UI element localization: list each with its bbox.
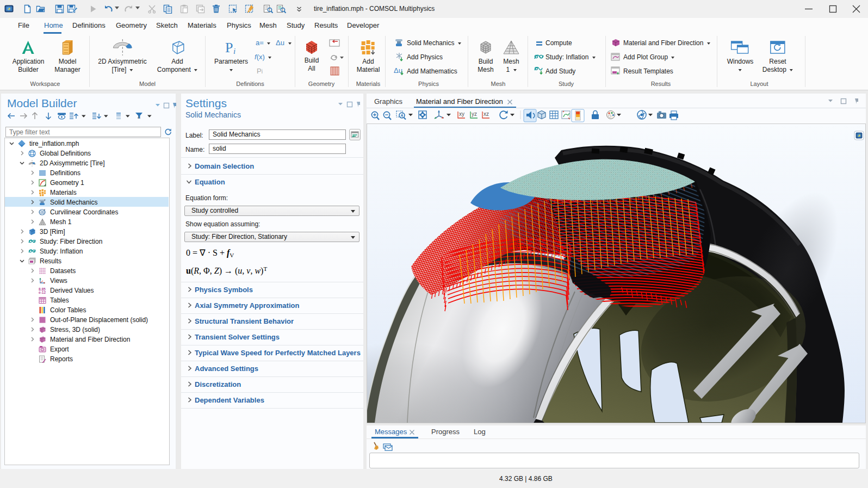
svg-text:*: * (44, 199, 46, 202)
svg-text:e-12: e-12 (39, 291, 46, 294)
svg-text:yz: yz (472, 111, 477, 117)
svg-text:P: P (225, 40, 233, 55)
svg-text:*: * (44, 208, 46, 212)
svg-text:i: i (233, 47, 235, 55)
svg-text:xz: xz (483, 111, 489, 117)
svg-text:xy: xy (459, 111, 464, 117)
